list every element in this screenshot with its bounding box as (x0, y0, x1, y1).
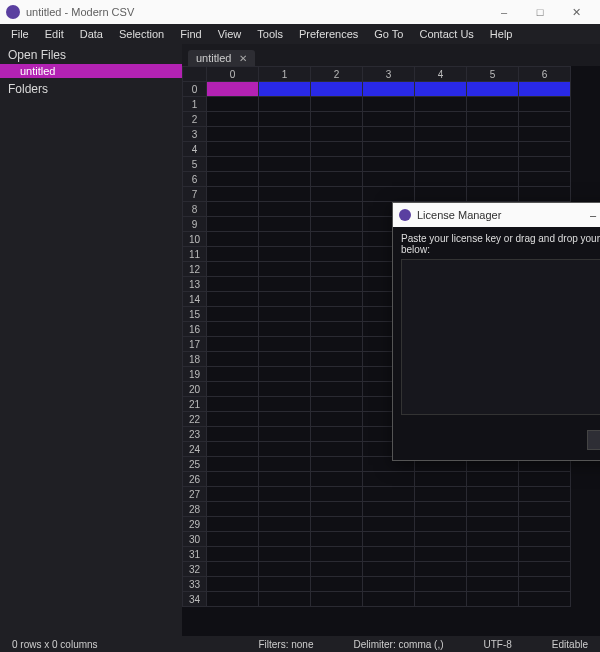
grid-cell[interactable] (207, 112, 259, 127)
grid-cell[interactable] (311, 292, 363, 307)
grid-cell[interactable] (363, 142, 415, 157)
grid-cell[interactable] (259, 457, 311, 472)
grid-cell[interactable] (311, 127, 363, 142)
grid-cell[interactable] (207, 592, 259, 607)
grid-cell[interactable] (467, 97, 519, 112)
grid-cell[interactable] (415, 592, 467, 607)
row-header[interactable]: 10 (183, 232, 207, 247)
sidebar-file-item[interactable]: untitled (0, 64, 182, 78)
grid-cell[interactable] (415, 112, 467, 127)
grid-corner[interactable] (183, 67, 207, 82)
row-header[interactable]: 16 (183, 322, 207, 337)
menu-find[interactable]: Find (173, 26, 208, 42)
grid-cell[interactable] (363, 82, 415, 97)
grid-cell[interactable] (207, 307, 259, 322)
grid-cell[interactable] (311, 352, 363, 367)
row-header[interactable]: 1 (183, 97, 207, 112)
grid-cell[interactable] (259, 367, 311, 382)
grid-cell[interactable] (363, 502, 415, 517)
status-encoding[interactable]: UTF-8 (484, 639, 512, 650)
grid-cell[interactable] (519, 502, 571, 517)
grid-cell[interactable] (363, 577, 415, 592)
grid-cell[interactable] (259, 382, 311, 397)
close-button[interactable]: ✕ (558, 0, 594, 24)
grid-cell[interactable] (311, 382, 363, 397)
row-header[interactable]: 22 (183, 412, 207, 427)
grid-cell[interactable] (207, 487, 259, 502)
grid-cell[interactable] (207, 397, 259, 412)
row-header[interactable]: 15 (183, 307, 207, 322)
col-header[interactable]: 3 (363, 67, 415, 82)
submit-button[interactable]: Submit (587, 430, 600, 450)
grid-cell[interactable] (207, 277, 259, 292)
grid-cell[interactable] (467, 592, 519, 607)
grid-cell[interactable] (207, 262, 259, 277)
row-header[interactable]: 24 (183, 442, 207, 457)
grid-cell[interactable] (363, 547, 415, 562)
grid-cell[interactable] (519, 487, 571, 502)
grid-cell[interactable] (311, 232, 363, 247)
menu-view[interactable]: View (211, 26, 249, 42)
grid-cell[interactable] (311, 472, 363, 487)
grid-cell[interactable] (207, 502, 259, 517)
grid-cell[interactable] (311, 397, 363, 412)
grid-cell[interactable] (207, 562, 259, 577)
grid-cell[interactable] (207, 172, 259, 187)
grid-cell[interactable] (207, 352, 259, 367)
grid-cell[interactable] (207, 127, 259, 142)
grid-cell[interactable] (259, 337, 311, 352)
grid-cell[interactable] (467, 127, 519, 142)
grid-cell[interactable] (311, 532, 363, 547)
tab-close-icon[interactable]: ✕ (239, 53, 247, 64)
row-header[interactable]: 25 (183, 457, 207, 472)
grid-cell[interactable] (259, 292, 311, 307)
menu-go-to[interactable]: Go To (367, 26, 410, 42)
grid-cell[interactable] (467, 547, 519, 562)
license-key-input[interactable] (401, 259, 600, 415)
grid-cell[interactable] (363, 472, 415, 487)
grid-cell[interactable] (467, 112, 519, 127)
grid-cell[interactable] (207, 547, 259, 562)
menu-help[interactable]: Help (483, 26, 520, 42)
row-header[interactable]: 14 (183, 292, 207, 307)
grid-cell[interactable] (311, 82, 363, 97)
grid-cell[interactable] (259, 577, 311, 592)
grid-cell[interactable] (311, 517, 363, 532)
grid-cell[interactable] (311, 577, 363, 592)
grid-cell[interactable] (467, 157, 519, 172)
grid-cell[interactable] (363, 517, 415, 532)
menu-tools[interactable]: Tools (250, 26, 290, 42)
row-header[interactable]: 33 (183, 577, 207, 592)
row-header[interactable]: 0 (183, 82, 207, 97)
grid-cell[interactable] (259, 247, 311, 262)
dialog-minimize-button[interactable]: – (579, 203, 600, 227)
grid-cell[interactable] (207, 337, 259, 352)
grid-cell[interactable] (259, 412, 311, 427)
grid-cell[interactable] (259, 487, 311, 502)
grid-cell[interactable] (363, 562, 415, 577)
row-header[interactable]: 18 (183, 352, 207, 367)
grid-cell[interactable] (207, 367, 259, 382)
row-header[interactable]: 21 (183, 397, 207, 412)
grid-cell[interactable] (207, 292, 259, 307)
grid-cell[interactable] (311, 547, 363, 562)
status-delimiter[interactable]: Delimiter: comma (,) (354, 639, 444, 650)
grid-cell[interactable] (207, 517, 259, 532)
grid-cell[interactable] (259, 307, 311, 322)
grid-cell[interactable] (207, 202, 259, 217)
grid-cell[interactable] (259, 232, 311, 247)
file-tab[interactable]: untitled ✕ (188, 50, 255, 66)
grid-cell[interactable] (259, 202, 311, 217)
grid-cell[interactable] (259, 517, 311, 532)
row-header[interactable]: 29 (183, 517, 207, 532)
grid-cell[interactable] (311, 562, 363, 577)
grid-cell[interactable] (467, 577, 519, 592)
row-header[interactable]: 28 (183, 502, 207, 517)
grid-cell[interactable] (363, 592, 415, 607)
grid-cell[interactable] (259, 352, 311, 367)
menu-preferences[interactable]: Preferences (292, 26, 365, 42)
col-header[interactable]: 4 (415, 67, 467, 82)
grid-cell[interactable] (311, 142, 363, 157)
menu-selection[interactable]: Selection (112, 26, 171, 42)
grid-cell[interactable] (363, 127, 415, 142)
